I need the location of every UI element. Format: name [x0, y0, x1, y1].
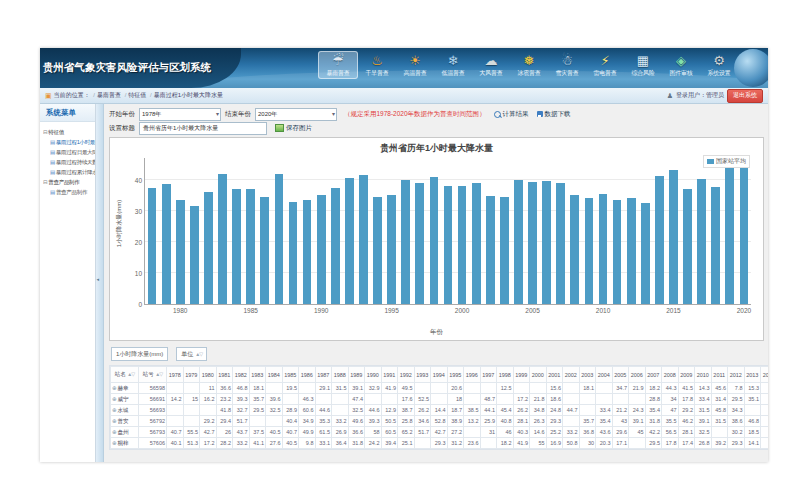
value-cell: 40.4 [282, 416, 299, 427]
year-column-header[interactable]: 1997 [480, 367, 497, 383]
year-column-header[interactable]: 2011 [711, 367, 728, 383]
sort-arrows-icon[interactable]: ▲▽ [155, 371, 162, 377]
row-expand-icon[interactable]: ⊕ [112, 418, 117, 424]
value-cell: 38.7 [398, 405, 415, 416]
year-column-header[interactable]: 1985 [282, 367, 299, 383]
download-data-button[interactable]: 数据下载 [537, 110, 571, 119]
sidebar-item[interactable]: ▤暴雨过程日最大降水量 [43, 149, 95, 156]
value-cell: 29.3 [728, 438, 745, 449]
toolbar-item-composite-risk[interactable]: ▦综合风险 [624, 51, 662, 79]
value-cell: 43.6 [596, 427, 613, 438]
value-cell [596, 383, 613, 394]
year-column-header[interactable]: 2002 [563, 367, 580, 383]
breadcrumb-label: 当前的位置： [54, 92, 90, 98]
breadcrumb-crumb[interactable]: 暴雨普查 [97, 92, 121, 98]
row-expand-icon[interactable]: ⊕ [112, 429, 117, 435]
station-column-header[interactable]: 站名 ▲▽ [111, 367, 139, 383]
year-column-header[interactable]: 2000 [530, 367, 547, 383]
save-image-button[interactable]: 保存图片 [275, 124, 312, 133]
metric-filter[interactable]: 1小时降水量(mm) [111, 347, 168, 361]
year-column-header[interactable]: 2001 [546, 367, 563, 383]
year-column-header[interactable]: 1982 [233, 367, 250, 383]
toolbar-item-low-temp[interactable]: ❄低温普查 [434, 51, 472, 79]
value-cell: 32.5 [348, 405, 365, 416]
year-column-header[interactable]: 1981 [216, 367, 233, 383]
year-column-header[interactable]: 1983 [249, 367, 266, 383]
toolbar-item-hail[interactable]: ❅冰雹普查 [510, 51, 548, 79]
year-column-header[interactable]: 1980 [200, 367, 217, 383]
year-column-header[interactable]: 1992 [398, 367, 415, 383]
breadcrumb-crumb[interactable]: 暴雨过程1小时最大降水量 [154, 92, 223, 98]
breadcrumb: 当前的位置： /暴雨普查 /特征值 /暴雨过程1小时最大降水量 [54, 91, 223, 100]
tree-expand-icon[interactable]: ⊟ [43, 179, 47, 185]
start-year-select[interactable]: 1978年▾ [139, 108, 221, 121]
year-column-header[interactable]: 1994 [431, 367, 448, 383]
tree-group[interactable]: ⊟普查产品制作 [43, 179, 95, 186]
year-column-header[interactable]: 1998 [497, 367, 514, 383]
sidebar-item[interactable]: ▤暴雨过程累计降水量 [43, 169, 95, 176]
unit-filter[interactable]: 单位▲▽ [176, 347, 207, 361]
hail-icon: ❅ [524, 53, 535, 68]
sidebar: 系统菜单 ⊟特征值▤暴雨过程1小时最大降水量▤暴雨过程日最大降水量▤暴雨过程持续… [40, 104, 96, 462]
year-column-header[interactable]: 1996 [464, 367, 481, 383]
year-column-header[interactable]: 1989 [348, 367, 365, 383]
tree-expand-icon[interactable]: ⊟ [43, 129, 47, 135]
year-column-header[interactable]: 1988 [332, 367, 349, 383]
year-column-header[interactable]: 2012 [728, 367, 745, 383]
year-column-header[interactable]: 1993 [414, 367, 431, 383]
year-column-header[interactable]: 1987 [315, 367, 332, 383]
year-column-header[interactable]: 1999 [513, 367, 530, 383]
row-expand-icon[interactable]: ⊕ [112, 385, 117, 391]
toolbar-item-map-review[interactable]: ◈图件审核 [662, 51, 700, 79]
year-column-header[interactable]: 2004 [596, 367, 613, 383]
year-column-header[interactable]: 1991 [381, 367, 398, 383]
bar-2017 [697, 179, 706, 304]
value-cell: 29.3 [546, 416, 563, 427]
sidebar-collapse-handle[interactable]: ◂ [96, 104, 104, 462]
station-id-column-header[interactable]: 站号 ▲▽ [139, 367, 167, 383]
toolbar-item-label: 综合风险 [632, 69, 655, 78]
year-column-header[interactable]: 1979 [183, 367, 200, 383]
logout-button[interactable]: 退出系统 [727, 89, 763, 103]
chart-title-input[interactable]: 贵州省历年1小时最大降水量 [139, 122, 267, 135]
year-column-header[interactable]: 2008 [662, 367, 679, 383]
row-expand-icon[interactable]: ⊕ [112, 440, 117, 446]
sort-arrows-icon[interactable]: ▲▽ [127, 371, 134, 377]
toolbar-item-rainstorm[interactable]: ☔暴雨普查 [318, 51, 358, 79]
year-column-header[interactable]: 1978 [167, 367, 184, 383]
toolbar-item-wind[interactable]: ☁大风普查 [472, 51, 510, 79]
row-expand-icon[interactable]: ⊕ [112, 396, 117, 402]
toolbar-item-label: 干旱普查 [366, 69, 389, 78]
year-column-header[interactable]: 2014 [761, 367, 769, 383]
year-column-header[interactable]: 1986 [299, 367, 316, 383]
toolbar-item-drought[interactable]: ♨干旱普查 [358, 51, 396, 79]
value-cell: 60.5 [381, 427, 398, 438]
year-column-header[interactable]: 2013 [744, 367, 761, 383]
toolbar-item-lightning[interactable]: ⚡雷电普查 [586, 51, 624, 79]
value-cell: 34.9 [299, 416, 316, 427]
value-cell: 36.6 [348, 427, 365, 438]
end-year-select[interactable]: 2020年▾ [255, 108, 337, 121]
year-column-header[interactable]: 2009 [678, 367, 695, 383]
breadcrumb-crumb[interactable]: 特征值 [128, 92, 146, 98]
toolbar-item-snow[interactable]: ☃雪灾普查 [548, 51, 586, 79]
year-column-header[interactable]: 1990 [365, 367, 382, 383]
year-column-header[interactable]: 2007 [645, 367, 662, 383]
year-column-header[interactable]: 2010 [695, 367, 712, 383]
year-column-header[interactable]: 2003 [579, 367, 596, 383]
year-column-header[interactable]: 1984 [266, 367, 283, 383]
year-column-header[interactable]: 2006 [629, 367, 646, 383]
sidebar-item[interactable]: ▤普查产品制作 [43, 189, 95, 196]
calculate-button[interactable]: 计算结果 [494, 110, 529, 119]
sidebar-item[interactable]: ▤暴雨过程持续天数 [43, 159, 95, 166]
tree-group[interactable]: ⊟特征值 [43, 129, 95, 136]
toolbar-item-settings[interactable]: ⚙系统设置 [700, 51, 738, 79]
chart-legend[interactable]: 国家站平均 [703, 155, 750, 168]
title-setting-row: 设置标题 贵州省历年1小时最大降水量 保存图片 [109, 121, 764, 135]
document-icon: ▤ [50, 159, 55, 165]
sidebar-item[interactable]: ▤暴雨过程1小时最大降水量 [43, 139, 95, 146]
row-expand-icon[interactable]: ⊕ [112, 407, 117, 413]
year-column-header[interactable]: 1995 [447, 367, 464, 383]
toolbar-item-high-temp[interactable]: ☀高温普查 [396, 51, 434, 79]
year-column-header[interactable]: 2005 [612, 367, 629, 383]
